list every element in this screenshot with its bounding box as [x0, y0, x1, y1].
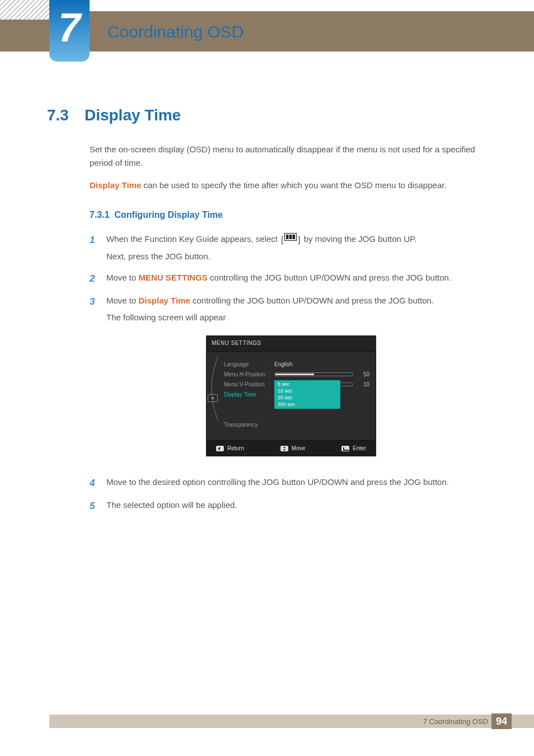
svg-rect-1	[286, 235, 289, 239]
subsection-heading: 7.3.1 Configuring Display Time	[90, 208, 493, 222]
step-text: The selected option will be applied.	[106, 498, 493, 514]
osd-value: English	[274, 360, 369, 369]
intro-p1: Set the on-screen display (OSD) menu to …	[90, 143, 493, 170]
step-number: 5	[90, 498, 97, 514]
section-heading: 7.3 Display Time	[47, 106, 181, 124]
osd-footer: Return Move Enter	[206, 440, 376, 456]
osd-label: Transparency	[213, 421, 269, 430]
step-3: 3 Move to Display Time controlling the J…	[90, 294, 493, 468]
step-number: 1	[90, 232, 97, 263]
chapter-title: Coordinating OSD	[107, 22, 243, 41]
osd-enter-hint: Enter	[341, 444, 366, 453]
step2-suffix: controlling the JOG button UP/DOWN and p…	[208, 273, 451, 282]
osd-label: Menu V-Position	[213, 380, 269, 389]
osd-row-hpos: Menu H-Position : 50	[213, 370, 369, 380]
slider	[274, 372, 353, 376]
osd-body: Language : English Menu H-Position :	[206, 352, 376, 440]
step1-prefix: When the Function Key Guide appears, sel…	[106, 234, 280, 244]
step2-term: MENU SETTINGS	[139, 273, 208, 282]
step1-suffix: by moving the JOG button UP.	[304, 234, 417, 244]
enter-key-icon	[341, 446, 349, 451]
step3-suffix: controlling the JOG button UP/DOWN and p…	[190, 296, 434, 305]
intro-term: Display Time	[90, 180, 141, 190]
intro-p2-rest: can be used to specify the time after wh…	[141, 180, 446, 190]
step3-line2: The following screen will appear	[106, 311, 493, 324]
intro-p2: Display Time can be used to specify the …	[90, 179, 493, 192]
osd-category-icon	[208, 394, 218, 402]
step-5: 5 The selected option will be applied.	[90, 498, 493, 514]
step2-prefix: Move to	[106, 273, 139, 282]
step-1: 1 When the Function Key Guide appears, s…	[90, 232, 493, 263]
osd-screenshot: MENU SETTINGS Language : English	[90, 335, 493, 456]
step-text: When the Function Key Guide appears, sel…	[106, 232, 493, 263]
step-4: 4 Move to the desired option controlling…	[90, 475, 493, 491]
osd-value: 5 sec 10 sec 20 sec 200 sec	[274, 380, 369, 409]
svg-rect-2	[289, 235, 292, 239]
move-key-icon	[280, 446, 288, 451]
page-number: 94	[491, 713, 512, 729]
body-content: Set the on-screen display (OSD) menu to …	[90, 143, 493, 521]
step-text: Move to the desired option controlling t…	[106, 475, 493, 491]
step-number: 2	[90, 271, 97, 286]
osd-dropdown: 5 sec 10 sec 20 sec 200 sec	[274, 380, 340, 409]
section-number: 7.3	[47, 106, 69, 124]
osd-option: 10 sec	[278, 388, 337, 395]
chapter-badge: 7	[49, 0, 90, 62]
step3-term: Display Time	[139, 296, 190, 305]
corner-hatch	[0, 0, 53, 20]
return-key-icon	[216, 446, 224, 451]
osd-curve-line	[210, 355, 219, 422]
step-list: 1 When the Function Key Guide appears, s…	[90, 232, 493, 514]
osd-label: Menu H-Position	[213, 370, 269, 379]
section-title: Display Time	[85, 106, 181, 124]
step1-line2: Next, press the JOG button.	[106, 250, 493, 263]
subsection-number: 7.3.1	[90, 210, 110, 220]
step-2: 2 Move to MENU SETTINGS controlling the …	[90, 271, 493, 286]
osd-option: 200 sec	[278, 402, 337, 408]
osd-value: 50	[274, 370, 369, 379]
osd-move-hint: Move	[280, 444, 305, 453]
osd-panel: MENU SETTINGS Language : English	[206, 335, 376, 456]
footer-text: 7 Coordinating OSD	[423, 717, 488, 726]
osd-row-language: Language : English	[213, 360, 369, 370]
osd-row-display-time: Display Time : 5 sec 10 sec 20 sec 200 s…	[213, 390, 369, 400]
step-number: 4	[90, 475, 97, 491]
chapter-number: 7	[58, 4, 81, 50]
osd-row-transparency: Transparency :	[213, 420, 369, 430]
step-text: Move to MENU SETTINGS controlling the JO…	[106, 271, 493, 286]
subsection-title: Configuring Display Time	[114, 210, 223, 220]
menu-icon	[284, 233, 297, 241]
osd-label: Language	[213, 360, 269, 369]
step-text: Move to Display Time controlling the JOG…	[106, 294, 493, 468]
osd-return-hint: Return	[216, 444, 244, 453]
svg-rect-3	[293, 235, 296, 239]
osd-option: 5 sec	[278, 381, 337, 388]
osd-title: MENU SETTINGS	[206, 335, 376, 352]
osd-option: 20 sec	[278, 395, 337, 402]
osd-label: Display Time	[213, 390, 269, 399]
step3-prefix: Move to	[106, 296, 139, 305]
menu-bracket-icon: [ ]	[280, 233, 301, 246]
